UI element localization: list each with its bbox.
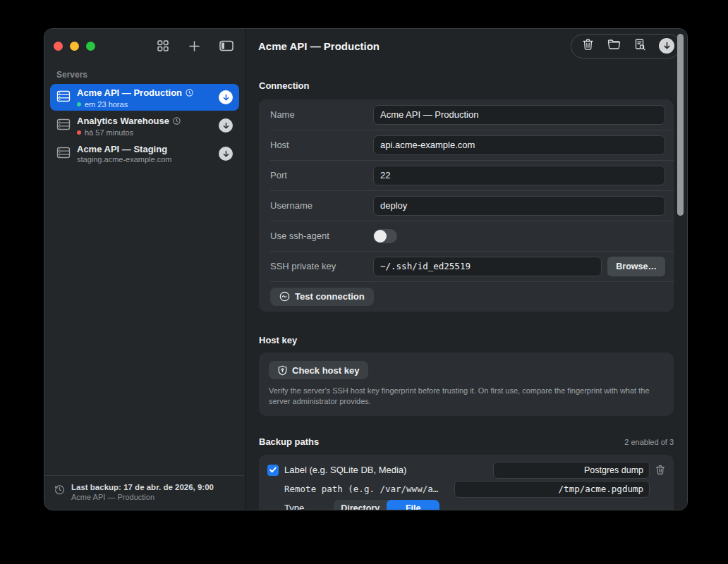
last-backup-server: Acme API — Production (71, 493, 214, 501)
sidebar-titlebar (44, 29, 245, 63)
last-backup-text: Last backup: 17 de abr. de 2026, 9:00 (71, 483, 214, 491)
backup-now-button[interactable] (659, 38, 674, 54)
remote-path-row: Remote path (e.g. /var/www/a… (267, 481, 665, 498)
traffic-lights (54, 42, 95, 51)
delete-path-icon[interactable] (650, 465, 665, 475)
type-option-file[interactable]: File (387, 500, 439, 510)
path-label-input[interactable] (493, 462, 650, 479)
type-segmented-control: Directory File (334, 500, 439, 510)
type-option-directory[interactable]: Directory (334, 500, 387, 510)
name-input[interactable] (373, 105, 665, 125)
server-name: Acme API — Production (77, 87, 182, 98)
name-label: Name (270, 109, 373, 120)
host-key-description: Verify the server's SSH host key fingerp… (269, 386, 664, 407)
server-icon (56, 118, 72, 133)
add-server-icon[interactable] (188, 40, 200, 52)
host-input[interactable] (373, 135, 665, 155)
download-backup-button[interactable] (219, 118, 233, 133)
port-input[interactable] (373, 166, 665, 185)
server-status-text: em 23 horas (85, 100, 128, 109)
app-window: Servers Acme API — Production (44, 28, 688, 510)
view-log-icon[interactable] (634, 38, 645, 54)
zoom-window-button[interactable] (86, 42, 95, 51)
history-clock-icon (54, 483, 65, 501)
servers-section-label: Servers (44, 63, 245, 84)
status-dot-red (77, 130, 81, 135)
path-enabled-checkbox[interactable] (267, 465, 279, 476)
download-backup-button[interactable] (219, 147, 233, 161)
server-name: Analytics Warehouse (77, 116, 169, 126)
connection-card: Name Host Port Username Use ssh-agent (259, 99, 674, 312)
username-input[interactable] (373, 196, 665, 216)
server-name: Acme API — Staging (77, 144, 167, 154)
server-status-text: há 57 minutos (85, 128, 133, 137)
type-row: Type Directory File (267, 500, 665, 510)
port-label: Port (270, 170, 373, 180)
path-label-field-label: Label (e.g. SQLite DB, Media) (279, 465, 406, 475)
ssh-key-label: SSH private key (270, 261, 373, 271)
server-status-text: staging.acme-example.com (77, 155, 172, 164)
server-list-item-analytics[interactable]: Analytics Warehouse há 57 minutos (50, 112, 239, 139)
username-label: Username (270, 200, 373, 211)
reveal-folder-icon[interactable] (607, 39, 621, 53)
backup-paths-heading: Backup paths (259, 436, 319, 447)
minimize-window-button[interactable] (70, 42, 79, 51)
sidebar: Servers Acme API — Production (44, 29, 245, 510)
main-header: Acme API — Production (245, 29, 687, 63)
download-backup-button[interactable] (219, 90, 233, 104)
server-detail-form: Connection Name Host Port Username (245, 80, 687, 510)
schedule-clock-icon (173, 115, 181, 128)
server-list-item-staging[interactable]: Acme API — Staging staging.acme-example.… (50, 140, 239, 167)
host-key-heading: Host key (259, 335, 674, 345)
test-connection-row: Test connection (259, 281, 674, 312)
ssh-agent-label: Use ssh-agent (270, 231, 373, 241)
test-connection-button[interactable]: Test connection (270, 288, 374, 306)
server-icon (56, 147, 72, 161)
close-window-button[interactable] (54, 42, 63, 51)
host-key-card: Check host key Verify the server's SSH h… (259, 352, 674, 416)
host-row: Host (259, 130, 674, 160)
grid-view-icon[interactable] (157, 39, 169, 52)
type-label: Type (284, 503, 304, 510)
page-title: Acme API — Production (258, 40, 380, 52)
last-backup-footer: Last backup: 17 de abr. de 2026, 9:00 Ac… (44, 475, 245, 510)
toggle-sidebar-icon[interactable] (219, 40, 233, 51)
path-label-row: Label (e.g. SQLite DB, Media) (267, 462, 665, 479)
header-toolbar (571, 34, 681, 59)
wave-circle-icon (279, 291, 290, 302)
port-row: Port (259, 160, 674, 190)
server-list: Acme API — Production em 23 horas (44, 84, 245, 168)
status-dot-green (77, 102, 81, 106)
check-host-key-button[interactable]: Check host key (269, 361, 368, 379)
username-row: Username (259, 190, 674, 221)
ssh-agent-row: Use ssh-agent (259, 221, 674, 251)
remote-path-field-label: Remote path (e.g. /var/www/a… (284, 484, 438, 494)
remote-path-input[interactable] (454, 481, 650, 498)
shield-icon (278, 365, 287, 376)
delete-server-icon[interactable] (582, 38, 594, 54)
name-row: Name (259, 99, 674, 130)
connection-heading: Connection (259, 80, 674, 91)
scrollbar-thumb[interactable] (677, 34, 684, 216)
server-icon (56, 90, 72, 105)
server-list-item-production[interactable]: Acme API — Production em 23 horas (50, 84, 239, 111)
browse-button[interactable]: Browse… (607, 257, 665, 276)
main-panel: Acme API — Production (245, 29, 687, 510)
enabled-count-badge: 2 enabled of 3 (624, 438, 674, 446)
ssh-key-input[interactable] (373, 257, 602, 276)
host-label: Host (270, 140, 373, 150)
schedule-clock-icon (186, 87, 193, 99)
ssh-agent-toggle[interactable] (373, 229, 397, 243)
ssh-key-row: SSH private key Browse… (259, 251, 674, 281)
backup-path-entry: Label (e.g. SQLite DB, Media) Remote pat… (259, 455, 674, 510)
